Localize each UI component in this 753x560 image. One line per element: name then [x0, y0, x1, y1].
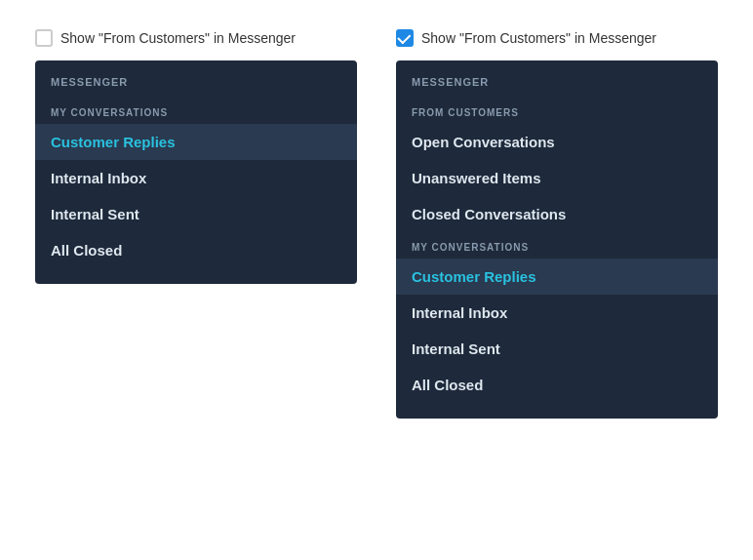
right-nav-internal-inbox[interactable]: Internal Inbox [396, 295, 718, 331]
right-checkbox-label: Show "From Customers" in Messenger [421, 30, 656, 46]
right-panel: Show "From Customers" in Messenger MESSE… [396, 29, 718, 419]
right-checkbox[interactable] [396, 29, 414, 47]
left-nav-all-closed[interactable]: All Closed [35, 232, 357, 268]
left-messenger-title: MESSENGER [35, 76, 357, 98]
left-checkbox-row[interactable]: Show "From Customers" in Messenger [35, 29, 357, 47]
left-nav-internal-inbox[interactable]: Internal Inbox [35, 160, 357, 196]
right-messenger-panel: MESSENGER FROM CUSTOMERS Open Conversati… [396, 60, 718, 419]
right-nav-internal-sent[interactable]: Internal Sent [396, 331, 718, 367]
right-nav-unanswered-items[interactable]: Unanswered Items [396, 160, 718, 196]
right-nav-closed-conversations[interactable]: Closed Conversations [396, 196, 718, 232]
left-checkbox[interactable] [35, 29, 53, 47]
right-from-customers-label: FROM CUSTOMERS [396, 98, 718, 124]
right-messenger-title: MESSENGER [396, 76, 718, 98]
left-nav-internal-sent[interactable]: Internal Sent [35, 196, 357, 232]
right-nav-customer-replies[interactable]: Customer Replies [396, 259, 718, 295]
right-nav-open-conversations[interactable]: Open Conversations [396, 124, 718, 160]
left-nav-customer-replies[interactable]: Customer Replies [35, 124, 357, 160]
right-checkbox-row[interactable]: Show "From Customers" in Messenger [396, 29, 718, 47]
right-my-conversations-label: MY CONVERSATIONS [396, 232, 718, 259]
left-panel: Show "From Customers" in Messenger MESSE… [35, 29, 357, 284]
left-messenger-panel: MESSENGER MY CONVERSATIONS Customer Repl… [35, 60, 357, 284]
left-my-conversations-label: MY CONVERSATIONS [35, 98, 357, 124]
left-checkbox-label: Show "From Customers" in Messenger [60, 30, 296, 46]
right-nav-all-closed[interactable]: All Closed [396, 367, 718, 403]
